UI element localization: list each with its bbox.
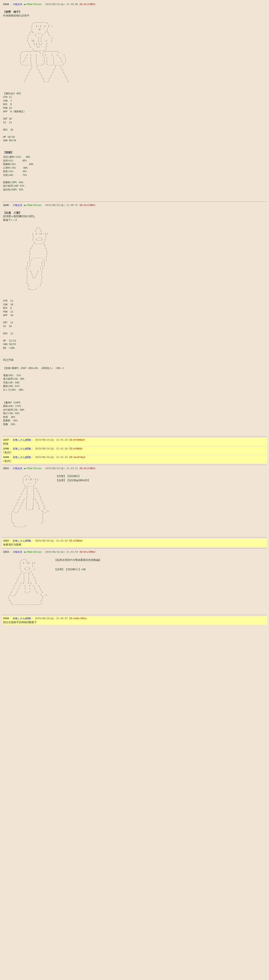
- datetime: 2019/08/16(金) 21:43:11: [45, 467, 78, 470]
- post-1547-header: 1547： 名無しさん@慣板： 2019/08/16(金) 21:41:18 I…: [3, 438, 266, 442]
- post-1544-header: 1544： 小稲太夫 ◆uT8mklV6rpm： 2019/08/16(金) 2…: [3, 3, 266, 6]
- post-1544: 1544： 小稲太夫 ◆uT8mklV6rpm： 2019/08/16(金) 2…: [2, 2, 267, 200]
- post-1549: 1549： 名無しさん@慣板： 2019/08/16(金) 21:41:33 I…: [2, 455, 267, 463]
- post-number: 1552: [3, 539, 9, 542]
- tripcode: ◆uT8mklV6rpm: [24, 550, 41, 554]
- stats-1544: 【属性合計 86】 STR 11 CON 7 DEX 8 POW 14 APP …: [3, 92, 266, 143]
- dice-result-1553: 【如果在実戦中出撃就重選好的游動編】 【決用】【1D10D1)】×36: [54, 558, 101, 572]
- id-code: ID:OrLC9Rh2: [79, 204, 95, 207]
- datetime: 2019/08/16(金) 21:40:06: [45, 3, 78, 6]
- post-1552: 1552： 名無しさん@慣板： 2019/08/16(金) 21:43:55 I…: [2, 539, 267, 547]
- post-1548-content: (私利): [3, 451, 266, 455]
- username[interactable]: 小稲太夫: [13, 550, 22, 554]
- id-code: ID:OrLC9Rh2: [79, 3, 95, 6]
- ascii-art-1551: ／￣＼ ｜ (・)(・)｜ ｜ ___ ｜ ＼_____／ ／｜ ｜＼ ／ ｜ …: [3, 475, 49, 527]
- ascii-art-1545: ／＼ ／ ＼ ｜ (・)(・)｜ ｜ ___ ｜ ｜ (___) ｜ ＼____…: [3, 227, 48, 290]
- id-code: ID:OrCW4m3r: [69, 439, 85, 441]
- post-1548: 1548： 名無しさん@慣板： 2019/08/16(金) 21:41:30 I…: [2, 447, 267, 455]
- datetime: 2019/08/16(金) 21:43:59: [45, 550, 78, 554]
- id-code: ID:hoQtr5Rio: [69, 617, 87, 620]
- post-number: 1544: [3, 3, 9, 6]
- post-1545-content: 【白道 八賀】 請演選ゃ観想磯功長の状弘。 家族下↑＝3 ／＼ ／ ＼ ｜ (・…: [3, 207, 266, 434]
- post-1544-content: 【岩野 純子】 作為探索役積れ訳長中。 ／￣￣￣￣￣＼ ｜ (・) (・) ｜ …: [3, 6, 266, 200]
- profession-stats-1545: 【技能(職業P）24GP（EDU×20）（両替怠人） CON＋1 電脳(60) …: [3, 366, 266, 392]
- stats-1545: STR 11 CON 10 DEX 6 POW 11 APP 10 INT 11…: [3, 299, 266, 350]
- id-code: ID:OrLC9Rh2: [79, 467, 95, 470]
- username[interactable]: 名無しさん@慣板: [13, 539, 31, 542]
- username[interactable]: 名無しさん@慣板: [13, 439, 31, 441]
- post-1548-header: 1548： 名無しさん@慣板： 2019/08/16(金) 21:41:30 I…: [3, 447, 266, 450]
- post-number: 1547: [3, 439, 9, 441]
- page-container: 1544： 小稲太夫 ◆uT8mklV6rpm： 2019/08/16(金) 2…: [0, 0, 269, 627]
- datetime: 2019/08/16(金) 21:41:30: [35, 447, 68, 450]
- id-code: ID:kCH6Ud: [69, 447, 82, 450]
- post-number: 1549: [3, 456, 9, 459]
- datetime: 2019/08/16(金) 21:40:47: [45, 204, 78, 207]
- ascii-art-1553: ／￣＼ ｜ (・)(・)｜ ｜ __ ｜ ｜ (__) ｜ ＼_____／ ／ …: [3, 558, 47, 605]
- post-1545-header: 1545： 小稲太夫 ◆uT8mklV6rpm： 2019/08/16(金) 2…: [3, 204, 266, 207]
- id-code: ID:OrLC9Rh2: [79, 550, 95, 554]
- divider-4: [2, 537, 267, 538]
- post-1553-content: ／￣＼ ｜ (・)(・)｜ ｜ __ ｜ ｜ (__) ｜ ＼_____／ ／ …: [3, 554, 266, 613]
- ascii-art-1544: ／￣￣￣￣￣＼ ｜ (・) (・) ｜ ｜ ∪ ｜ ／＼ ___ ／＼ ／ ＼ …: [3, 22, 266, 83]
- divider-6: [2, 615, 267, 615]
- post-1553: 1553： 小稲太夫 ◆uT8mklV6rpm： 2019/08/16(金) 2…: [2, 550, 267, 614]
- post-1554: 1554： 名無しさん@慣板： 2019/08/16(金) 21:44:07 I…: [2, 616, 267, 625]
- skills-title-1544: 【技能】: [3, 151, 14, 154]
- username[interactable]: 名無しさん@慣板: [13, 617, 31, 620]
- post-number: 1548: [3, 447, 9, 450]
- id-code: ID:kCH6Ud: [69, 539, 82, 542]
- datetime: 2019/08/16(金) 21:41:33: [35, 456, 68, 459]
- post-1545: 1545： 小稲太夫 ◆uT8mklV6rpm： 2019/08/16(金) 2…: [2, 203, 267, 435]
- post-1552-header: 1552： 名無しさん@慣板： 2019/08/16(金) 21:43:55 I…: [3, 539, 266, 542]
- username[interactable]: 名無しさん@慣板: [13, 447, 31, 450]
- profession-label-1545: 同之円体: [3, 358, 14, 361]
- tripcode: ◆uT8mklV6rpm: [24, 204, 41, 207]
- post-1551: 1551： 小稲太夫 ◆uT8mklV6rpm： 2019/08/16(金) 2…: [2, 466, 267, 536]
- post-1549-content: (私利): [3, 459, 266, 463]
- post-number: 1554: [3, 617, 9, 620]
- post-number: 1551: [3, 467, 9, 470]
- post-number: 1545: [3, 204, 9, 207]
- username[interactable]: 小稲太夫: [13, 204, 22, 207]
- post-1554-header: 1554： 名無しさん@慣板： 2019/08/16(金) 21:44:07 I…: [3, 617, 266, 620]
- datetime: 2019/08/16(金) 21:43:55: [35, 539, 68, 542]
- post-1547-content: 割籠: [3, 442, 266, 446]
- divider-5: [2, 548, 267, 549]
- dice-result-1551: 【判用】【1D100}】 【決用】【1D100≦300×D3】: [55, 474, 90, 482]
- hobby-stats-1545: 【趣味P 110P】 図術(60) 172% 歩行処理(20) 60% 怪行(3…: [3, 401, 266, 426]
- post-1551-content: ／￣＼ ｜ (・)(・)｜ ｜ ___ ｜ ＼_____／ ／｜ ｜＼ ／ ｜ …: [3, 471, 266, 535]
- section-name: 【岩野 純子】: [3, 10, 22, 13]
- username[interactable]: 小稲太夫: [13, 467, 22, 470]
- post-1549-header: 1549： 名無しさん@慣板： 2019/08/16(金) 21:41:33 I…: [3, 455, 266, 459]
- id-code: ID:hevP+DyS: [69, 456, 85, 459]
- username[interactable]: 名無しさん@慣板: [13, 456, 31, 459]
- username[interactable]: 小稲太夫: [13, 3, 22, 6]
- datetime: 2019/08/16(金) 21:44:07: [35, 617, 68, 620]
- post-1547: 1547： 名無しさん@慣板： 2019/08/16(金) 21:41:18 I…: [2, 438, 267, 446]
- skills-1544: 言語(露村)(54) 98% 説得(62) 85% 図書館(50) 66% 心理…: [3, 155, 266, 191]
- post-1552-content: 無量測評当数数: [3, 543, 266, 547]
- post-1553-header: 1553： 小稲太夫 ◆uT8mklV6rpm： 2019/08/16(金) 2…: [3, 550, 266, 554]
- post-1551-header: 1551： 小稲太夫 ◆uT8mklV6rpm： 2019/08/16(金) 2…: [3, 467, 266, 470]
- post-1554-content: 想生生龍騎手的9D組0数数子: [3, 620, 266, 624]
- tripcode: ◆uT8mklV6rpm: [24, 467, 41, 470]
- tripcode: ◆uT8mklV6rpm: [24, 3, 41, 6]
- post-number: 1553: [3, 550, 9, 554]
- datetime: 2019/08/16(金) 21:41:18: [35, 439, 68, 441]
- char-name-1545: 【白道 八賀】: [3, 211, 22, 214]
